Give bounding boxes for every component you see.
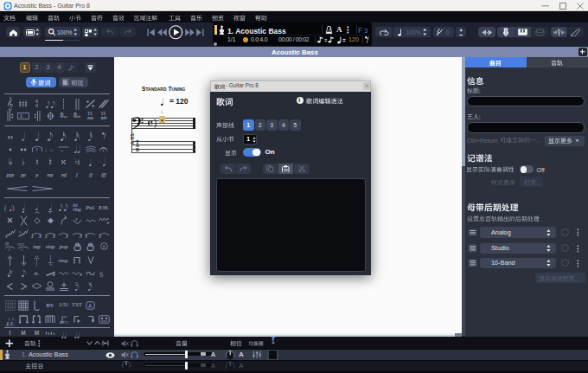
svg-text:H/P: H/P — [17, 242, 24, 247]
svg-text:3: 3 — [65, 232, 69, 238]
svg-text:1: 1 — [45, 232, 48, 238]
svg-text:3: 3 — [21, 248, 23, 251]
svg-text:♩:♩: ♩:♩ — [45, 147, 56, 152]
svg-text:X.: X. — [19, 113, 24, 119]
svg-text:3: 3 — [8, 248, 10, 251]
svg-text:6: 6 — [102, 244, 105, 249]
svg-text:x: x — [18, 229, 22, 234]
svg-text:(: ( — [4, 204, 7, 212]
svg-text:÷: ÷ — [61, 148, 63, 152]
svg-text:H: H — [4, 242, 10, 247]
svg-text:A: A — [88, 303, 93, 309]
svg-text:3: 3 — [38, 232, 42, 238]
svg-text:3: 3 — [51, 232, 55, 238]
svg-text:3: 3 — [35, 147, 38, 152]
svg-text:AUTO: AUTO — [60, 321, 69, 324]
svg-text:3: 3 — [99, 232, 102, 238]
svg-text:1: 1 — [31, 232, 34, 238]
svg-text:3: 3 — [85, 232, 88, 238]
svg-text:x: x — [74, 216, 78, 222]
svg-text:3: 3 — [78, 232, 82, 238]
svg-text:AUTO: AUTO — [6, 323, 15, 326]
svg-text:2: 2 — [75, 282, 78, 286]
svg-text:): ) — [12, 204, 15, 212]
svg-text:2: 2 — [73, 65, 75, 69]
svg-text:S: S — [99, 270, 103, 277]
